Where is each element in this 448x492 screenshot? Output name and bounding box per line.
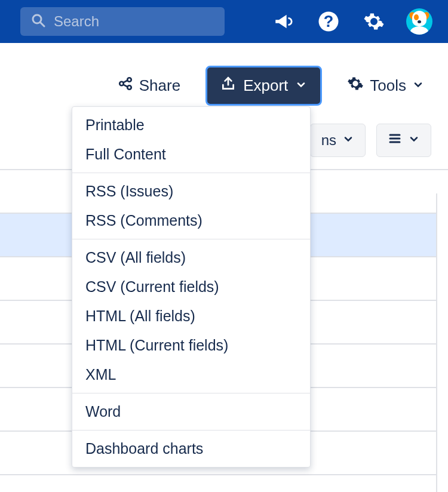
share-icon — [118, 76, 133, 96]
export-option-full-content[interactable]: Full Content — [72, 140, 310, 169]
export-option-html-current[interactable]: HTML (Current fields) — [72, 331, 310, 360]
help-icon[interactable]: ? — [312, 5, 345, 38]
svg-text:?: ? — [324, 13, 334, 30]
export-option-word[interactable]: Word — [72, 397, 310, 426]
chevron-down-icon — [408, 132, 420, 149]
list-icon — [388, 131, 402, 149]
share-label: Share — [139, 76, 180, 95]
tools-button[interactable]: Tools — [340, 70, 431, 101]
user-avatar[interactable] — [403, 5, 436, 38]
svg-line-7 — [123, 81, 128, 83]
export-option-rss-issues[interactable]: RSS (Issues) — [72, 177, 310, 206]
search-icon — [31, 13, 45, 30]
export-option-dashboard-charts[interactable]: Dashboard charts — [72, 434, 310, 463]
svg-line-1 — [41, 23, 44, 26]
export-option-csv-all[interactable]: CSV (All fields) — [72, 243, 310, 272]
export-dropdown-menu: Printable Full Content RSS (Issues) RSS … — [72, 106, 311, 468]
columns-dropdown-button[interactable]: ns — [310, 124, 366, 157]
svg-point-4 — [119, 82, 124, 86]
announcements-icon[interactable] — [266, 5, 300, 38]
gear-icon — [347, 75, 364, 96]
share-button[interactable]: Share — [111, 71, 188, 100]
search-input[interactable] — [54, 13, 214, 30]
svg-point-0 — [33, 15, 41, 23]
right-gutter — [436, 193, 448, 492]
settings-icon[interactable] — [357, 5, 391, 38]
search-box[interactable] — [20, 7, 225, 36]
chevron-down-icon — [412, 76, 424, 95]
view-switcher-button[interactable] — [376, 124, 431, 157]
chevron-down-icon — [295, 76, 307, 95]
chevron-down-icon — [342, 132, 354, 149]
partial-label: ns — [321, 132, 336, 149]
export-option-html-all[interactable]: HTML (All fields) — [72, 302, 310, 331]
svg-line-8 — [123, 85, 128, 87]
export-option-printable[interactable]: Printable — [72, 110, 310, 140]
tools-label: Tools — [370, 76, 406, 95]
top-navigation-bar: ? — [0, 0, 448, 43]
export-label: Export — [243, 76, 288, 95]
export-option-csv-current[interactable]: CSV (Current fields) — [72, 272, 310, 302]
export-option-rss-comments[interactable]: RSS (Comments) — [72, 206, 310, 235]
export-button[interactable]: Export — [205, 66, 322, 106]
export-option-xml[interactable]: XML — [72, 360, 310, 389]
export-icon — [220, 76, 236, 96]
